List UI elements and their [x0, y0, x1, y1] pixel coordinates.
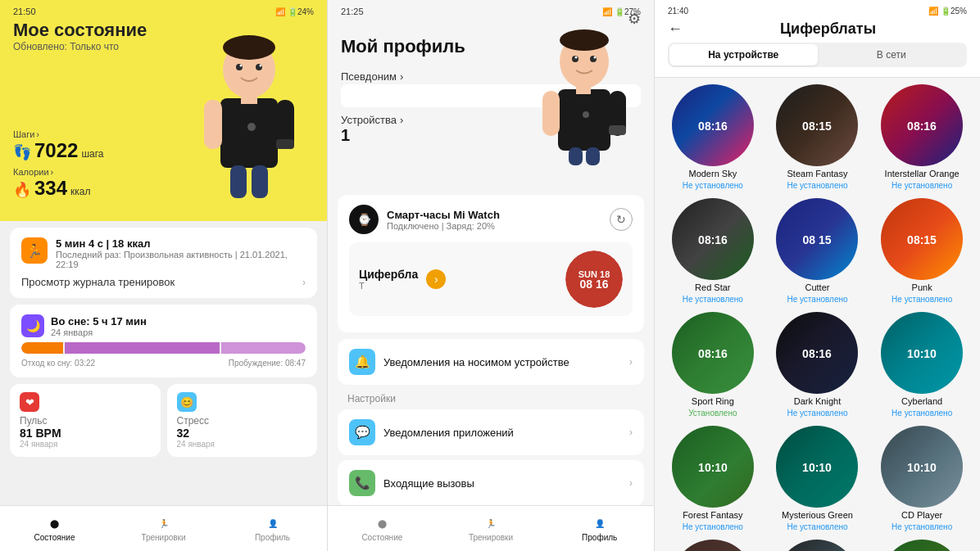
chevron-right-icon: › — [302, 277, 306, 288]
nav-workout-1[interactable]: 🏃 Тренировки — [109, 506, 218, 551]
calories-stat[interactable]: Калории › 🔥 334 ккал — [13, 167, 103, 200]
watchface-item[interactable]: 10:10Mysterious GreenНе установлено — [769, 426, 866, 531]
watchface-item[interactable]: 12PioneerНе установлено — [769, 540, 866, 551]
watchface-status: Не установлено — [683, 181, 743, 190]
watchface-status: Не установлено — [892, 295, 952, 304]
watchface-thumbnail: 10:10 — [881, 312, 963, 394]
nav-workout-2[interactable]: 🏃 Тренировки — [437, 506, 546, 551]
watchface-name: Forest Fantasy — [683, 510, 742, 520]
stress-icon: 😊 — [177, 392, 197, 412]
app-notifications-item[interactable]: 💬 Уведомления приложений › — [338, 409, 644, 455]
watchface-item[interactable]: 08:16Modern SkyНе установлено — [665, 84, 761, 190]
watchface-thumbnail: 08 15 — [776, 198, 858, 280]
app-notifications-icon: 💬 — [349, 419, 375, 445]
steps-icon: 👣 — [13, 143, 31, 161]
activity-title: 5 мин 4 с | 18 ккал — [56, 237, 306, 250]
chevron-icon-calls: › — [629, 477, 633, 489]
watchface-item[interactable]: 10:10Forest FantasyНе установлено — [665, 426, 761, 531]
panel-watchfaces: 21:40 📶 🔋25% ← Циферблаты На устройстве … — [654, 0, 980, 551]
nav-status-2[interactable]: ⬤ Состояние — [328, 506, 437, 551]
stress-label: Стресс — [177, 415, 308, 427]
calories-unit: ккал — [70, 186, 90, 197]
watchfaces-tabs: На устройстве В сети — [668, 43, 967, 67]
watchface-item[interactable]: 10:10CD PlayerНе установлено — [873, 426, 970, 531]
svg-text:08:16: 08:16 — [698, 347, 728, 360]
status-body: 🏃 5 мин 4 с | 18 ккал Последний раз: Про… — [0, 221, 327, 505]
sleep-card: 🌙 Во сне: 5 ч 17 мин 24 января Отход ко … — [10, 305, 317, 377]
nav-profile-1[interactable]: 👤 Профиль — [218, 506, 327, 551]
sync-button[interactable]: ↻ — [610, 208, 633, 231]
svg-text:08:16: 08:16 — [803, 347, 833, 360]
incoming-calls-item[interactable]: 📞 Входящие вызовы › — [338, 460, 644, 505]
watchface-thumbnail: LITE — [881, 540, 963, 551]
panel-profile: 21:25 📶 🔋27% ⚙ Мой профиль — [327, 0, 654, 551]
svg-rect-21 — [609, 125, 626, 135]
tab-on-device[interactable]: На устройстве — [669, 44, 818, 65]
pulse-card[interactable]: ❤ Пульс 81 BPM 24 января — [10, 384, 161, 457]
watchface-item[interactable]: 08:15Steam FantasyНе установлено — [769, 84, 866, 190]
avatar-1 — [188, 25, 319, 205]
device-status: Подключено | Заряд: 20% — [387, 221, 500, 231]
chevron-icon-notif: › — [629, 356, 633, 368]
svg-rect-18 — [558, 89, 610, 151]
watchface-thumbnail: 08:15 — [881, 198, 963, 280]
status-bar-3: 21:40 📶 🔋25% — [668, 7, 967, 16]
watchface-status: Не установлено — [787, 522, 847, 531]
watchface-name: Steam Fantasy — [787, 169, 848, 178]
profile-body: ⌚ Смарт-часы Mi Watch Подключено | Заряд… — [328, 188, 654, 505]
watchface-status: Не установлено — [892, 522, 952, 531]
watchface-item[interactable]: 08:16Red StarНе установлено — [665, 198, 761, 304]
device-card: ⌚ Смарт-часы Mi Watch Подключено | Заряд… — [338, 195, 644, 332]
watchface-name: CD Player — [901, 510, 942, 520]
time-3: 21:40 — [668, 7, 688, 16]
steps-value: 7022 — [34, 139, 78, 162]
watchface-status: Не установлено — [787, 295, 847, 304]
watchface-item[interactable]: 10:10Hardcore WildНе установлено — [665, 540, 761, 551]
stress-date: 24 января — [177, 440, 308, 449]
watchface-item[interactable]: 08:16Dark KnightНе установлено — [769, 312, 866, 418]
calls-label: Входящие вызовы — [383, 477, 621, 490]
svg-point-1 — [223, 35, 275, 60]
notifications-device-item[interactable]: 🔔 Уведомления на носимом устройстве › — [338, 339, 644, 385]
watchface-item[interactable]: LITEEnergy GreenНе установлено — [873, 540, 970, 551]
watchface-thumbnail: 10:10 — [776, 426, 858, 508]
watchface-name: Modern Sky — [688, 169, 737, 178]
watchface-thumbnail: 08:16 — [672, 84, 754, 166]
svg-point-27 — [594, 56, 597, 59]
watchface-status: Не установлено — [787, 181, 847, 190]
watchface-status: Не установлено — [892, 409, 952, 418]
svg-text:08 16: 08 16 — [579, 278, 608, 291]
calls-icon: 📞 — [349, 470, 375, 496]
watchface-item[interactable]: 10:10CyberlandНе установлено — [873, 312, 970, 418]
profile-header: 21:25 📶 🔋27% ⚙ Мой профиль — [328, 0, 654, 188]
watchface-item[interactable]: 08 15CutterНе установлено — [769, 198, 866, 304]
watchface-thumbnail: 10:10 — [672, 426, 754, 508]
svg-rect-24 — [586, 147, 600, 165]
watchface-item[interactable]: 08:16Sport RingУстановлено — [665, 312, 761, 418]
stress-card[interactable]: 😊 Стресс 32 24 января — [167, 384, 318, 457]
watchface-item[interactable]: 08:15PunkНе установлено — [873, 198, 970, 304]
svg-rect-19 — [542, 91, 560, 136]
nav-status-1[interactable]: ⬤ Состояние — [0, 506, 109, 551]
watchface-name: Red Star — [695, 282, 730, 292]
watchface-thumbnail: 08:16 — [776, 312, 858, 394]
nav-profile-2[interactable]: 👤 Профиль — [545, 506, 654, 551]
pulse-value: 81 BPM — [20, 427, 151, 440]
steps-stat[interactable]: Шаги › 👣 7022 шага — [13, 129, 103, 162]
journal-link[interactable]: Просмотр журнала тренировок › — [21, 276, 306, 288]
panel-status: 21:50 📶 🔋24% Мое состояние Обновлено: То… — [0, 0, 327, 551]
svg-point-25 — [583, 111, 589, 118]
watchface-arrow-icon[interactable]: › — [426, 269, 446, 289]
notifications-device-icon: 🔔 — [349, 349, 375, 375]
svg-text:08:16: 08:16 — [698, 120, 728, 133]
back-button[interactable]: ← — [668, 20, 683, 38]
activity-icon: 🏃 — [21, 237, 48, 264]
tab-online[interactable]: В сети — [818, 44, 966, 65]
steps-unit: шага — [81, 148, 103, 160]
calories-icon: 🔥 — [13, 181, 31, 199]
watchface-item[interactable]: 08:16Interstellar OrangeНе установлено — [873, 84, 970, 190]
watchfaces-title: Циферблаты — [689, 20, 967, 38]
device-name: Смарт-часы Mi Watch — [387, 209, 500, 221]
watchface-status: Установлено — [688, 409, 737, 418]
watchface-row[interactable]: Цифербла Т › SUN 18 08 16 — [349, 242, 633, 316]
